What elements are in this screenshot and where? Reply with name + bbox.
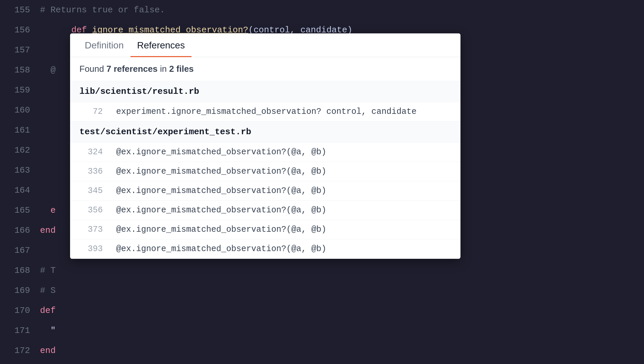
line-number-158: 158 bbox=[0, 60, 40, 80]
reference-row-345[interactable]: 345 @ex.ignore_mismatched_observation?(@… bbox=[70, 181, 460, 200]
line-number-164: 164 bbox=[0, 180, 40, 200]
ref-code-393: @ex.ignore_mismatched_observation?(@a, @… bbox=[116, 244, 326, 254]
ref-code-373: @ex.ignore_mismatched_observation?(@a, @… bbox=[116, 225, 326, 234]
ref-code-324: @ex.ignore_mismatched_observation?(@a, @… bbox=[116, 147, 326, 157]
ref-line-number-345: 345 bbox=[79, 186, 103, 196]
ref-line-number-324: 324 bbox=[79, 147, 103, 157]
line-number-169: 169 bbox=[0, 281, 40, 301]
line-number-170: 170 bbox=[0, 301, 40, 321]
ref-code-345: @ex.ignore_mismatched_observation?(@a, @… bbox=[116, 186, 326, 196]
ref-line-number-393: 393 bbox=[79, 244, 103, 254]
references-popup: Definition References Found 7 references… bbox=[70, 33, 460, 259]
line-number-159: 159 bbox=[0, 80, 40, 100]
tab-definition[interactable]: Definition bbox=[78, 33, 130, 57]
ref-code-72: experiment.ignore_mismatched_observation… bbox=[116, 107, 416, 117]
line-number-163: 163 bbox=[0, 160, 40, 180]
line-number-166: 166 bbox=[0, 220, 40, 240]
line-number-171: 171 bbox=[0, 321, 40, 341]
code-line-169: 169 # S bbox=[0, 281, 644, 301]
code-line-171: 171 " bbox=[0, 321, 644, 341]
code-line-170: 170 def bbox=[0, 301, 644, 321]
reference-row-336[interactable]: 336 @ex.ignore_mismatched_observation?(@… bbox=[70, 162, 460, 181]
code-line-172: 172 end bbox=[0, 341, 644, 361]
file-group-test: test/scientist/experiment_test.rb 324 @e… bbox=[70, 122, 460, 259]
code-line-168: 168 # T bbox=[0, 260, 644, 281]
ref-line-number-356: 356 bbox=[79, 205, 103, 215]
ref-code-356: @ex.ignore_mismatched_observation?(@a, @… bbox=[116, 205, 326, 215]
summary-prefix: Found bbox=[79, 64, 106, 74]
reference-row-373[interactable]: 373 @ex.ignore_mismatched_observation?(@… bbox=[70, 220, 460, 239]
line-number-161: 161 bbox=[0, 120, 40, 140]
tab-references[interactable]: References bbox=[130, 33, 192, 57]
ref-line-number-373: 373 bbox=[79, 225, 103, 234]
line-number-167: 167 bbox=[0, 240, 40, 260]
ref-code-336: @ex.ignore_mismatched_observation?(@a, @… bbox=[116, 167, 326, 176]
reference-row-72[interactable]: 72 experiment.ignore_mismatched_observat… bbox=[70, 102, 460, 121]
reference-row-324[interactable]: 324 @ex.ignore_mismatched_observation?(@… bbox=[70, 142, 460, 162]
line-number-165: 165 bbox=[0, 200, 40, 220]
line-number-156: 156 bbox=[0, 20, 40, 40]
ref-line-number-72: 72 bbox=[79, 107, 103, 117]
reference-row-393[interactable]: 393 @ex.ignore_mismatched_observation?(@… bbox=[70, 239, 460, 258]
line-number-162: 162 bbox=[0, 140, 40, 160]
line-content-158: @ bbox=[40, 60, 56, 80]
line-number-155: 155 bbox=[0, 0, 40, 20]
ref-line-number-336: 336 bbox=[79, 167, 103, 176]
file-header-test: test/scientist/experiment_test.rb bbox=[70, 122, 460, 142]
summary-middle: in bbox=[157, 64, 169, 74]
line-number-160: 160 bbox=[0, 100, 40, 120]
file-header-result: lib/scientist/result.rb bbox=[70, 81, 460, 102]
line-number-168: 168 bbox=[0, 260, 40, 281]
line-number-157: 157 bbox=[0, 40, 40, 60]
tabs-bar: Definition References bbox=[70, 33, 460, 57]
reference-row-356[interactable]: 356 @ex.ignore_mismatched_observation?(@… bbox=[70, 200, 460, 220]
line-number-172: 172 bbox=[0, 341, 40, 361]
file-group-result: lib/scientist/result.rb 72 experiment.ig… bbox=[70, 81, 460, 122]
references-summary: Found 7 references in 2 files bbox=[70, 57, 460, 81]
summary-bold2: 2 files bbox=[169, 64, 194, 74]
summary-bold1: 7 references bbox=[106, 64, 157, 74]
